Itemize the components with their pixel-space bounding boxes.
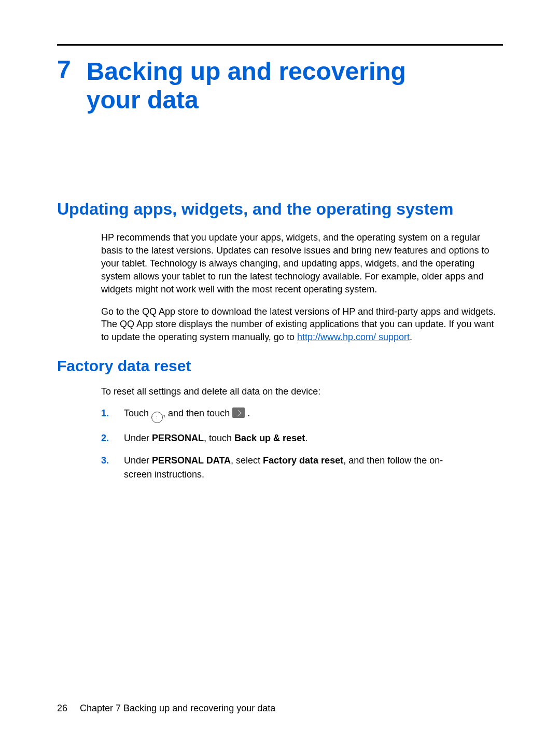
para-updating-2-b: . [410, 332, 412, 342]
step-2-text: Under PERSONAL, touch Back up & reset. [124, 431, 464, 445]
step-3-t2: , select [231, 455, 263, 466]
support-link[interactable]: http://www.hp.com/ support [297, 332, 410, 342]
step-3-b2: Factory data reset [263, 455, 343, 466]
page-number: 26 [57, 703, 67, 714]
step-1-num: 1. [101, 406, 115, 423]
step-3-text: Under PERSONAL DATA, select Factory data… [124, 454, 464, 482]
para-updating-2: Go to the QQ App store to download the l… [101, 305, 503, 344]
chapter-title: Backing up and recovering your data [87, 57, 439, 114]
top-rule [57, 44, 503, 46]
steps-intro: To reset all settings and delete all dat… [101, 386, 503, 397]
step-2: 2. Under PERSONAL, touch Back up & reset… [101, 431, 464, 445]
settings-icon [232, 407, 245, 418]
step-2-t2: , touch [204, 433, 234, 443]
step-3-num: 3. [101, 454, 115, 482]
step-1-mid: , and then touch [163, 408, 232, 418]
chapter-heading: 7 Backing up and recovering your data [57, 57, 503, 114]
all-apps-icon: ⋮⋮⋮ [151, 412, 163, 423]
step-1-pre: Touch [124, 408, 151, 418]
factory-reset-steps: To reset all settings and delete all dat… [101, 386, 503, 482]
step-1-post: . [245, 408, 250, 418]
step-2-t1: Under [124, 433, 152, 443]
page-footer: 26 Chapter 7 Backing up and recovering y… [57, 703, 275, 714]
step-3-b1: PERSONAL DATA [152, 455, 231, 466]
para-updating-1: HP recommends that you update your apps,… [101, 231, 503, 296]
step-1: 1. Touch ⋮⋮⋮, and then touch . [101, 406, 464, 423]
section-heading-factory-reset: Factory data reset [57, 357, 503, 375]
step-2-t3: . [305, 433, 307, 443]
step-2-b1: PERSONAL [152, 433, 204, 443]
chapter-number: 7 [57, 57, 71, 82]
step-3: 3. Under PERSONAL DATA, select Factory d… [101, 454, 464, 482]
step-3-t1: Under [124, 455, 152, 466]
section-heading-updating: Updating apps, widgets, and the operatin… [57, 200, 503, 219]
step-2-b2: Back up & reset [234, 433, 305, 443]
footer-text: Chapter 7 Backing up and recovering your… [80, 703, 275, 714]
step-1-text: Touch ⋮⋮⋮, and then touch . [124, 406, 464, 423]
section-body-updating: HP recommends that you update your apps,… [101, 231, 503, 344]
step-2-num: 2. [101, 431, 115, 445]
